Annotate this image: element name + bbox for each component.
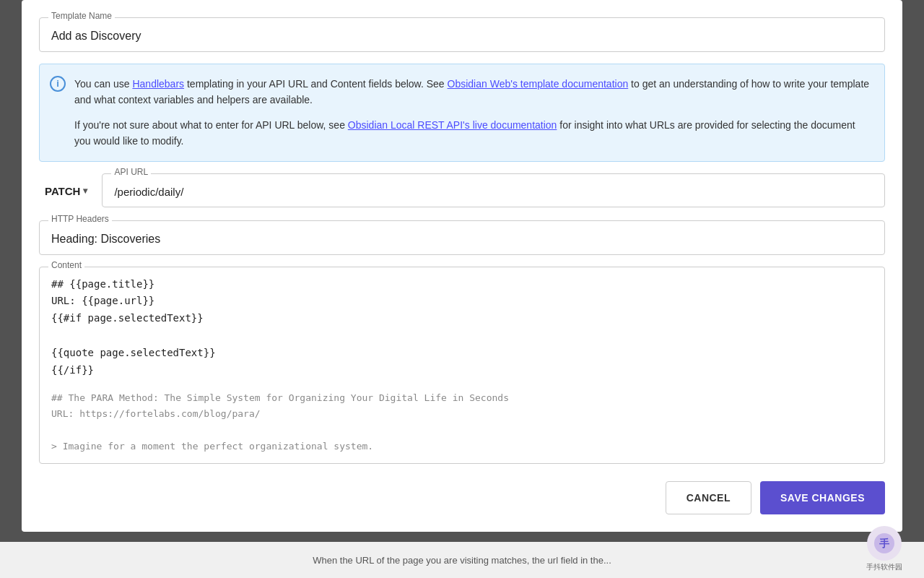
http-headers-value: Heading: Discoveries (51, 233, 873, 246)
method-value: PATCH (45, 185, 80, 197)
bottom-text: When the URL of the page you are visitin… (313, 555, 611, 566)
api-url-value: /periodic/daily/ (114, 186, 873, 198)
api-url-field[interactable]: API URL /periodic/daily/ (102, 173, 885, 207)
template-name-label: Template Name (48, 11, 115, 21)
method-select[interactable]: PATCH ▾ (39, 173, 93, 209)
api-url-label: API URL (111, 167, 151, 177)
svg-text:手: 手 (879, 538, 890, 549)
template-name-field[interactable]: Template Name Add as Discovery (39, 17, 885, 52)
info-text-2: templating in your API URL and Content f… (184, 78, 447, 90)
content-preview: ## The PARA Method: The Simple System fo… (51, 390, 873, 454)
modal-overlay: Template Name Add as Discovery i You can… (0, 0, 924, 578)
content-value: ## {{page.title}} URL: {{page.url}} {{#i… (51, 276, 873, 379)
info-paragraph-2: If you're not sure about what to enter f… (74, 117, 873, 150)
content-label: Content (48, 260, 84, 270)
chevron-down-icon: ▾ (83, 186, 87, 196)
info-paragraph-1: You can use Handlebars templating in you… (74, 76, 873, 108)
info-box: i You can use Handlebars templating in y… (39, 64, 885, 162)
content-field[interactable]: Content ## {{page.title}} URL: {{page.ur… (39, 267, 885, 464)
handlebars-link[interactable]: Handlebars (132, 78, 184, 90)
save-changes-button[interactable]: SAVE CHANGES (760, 481, 885, 514)
watermark-label: 手抖软件园 (866, 562, 902, 572)
info-text-4: If you're not sure about what to enter f… (74, 119, 348, 131)
info-text-1: You can use (74, 78, 132, 90)
footer-buttons: CANCEL SAVE CHANGES (39, 481, 885, 514)
bottom-bar: When the URL of the page you are visitin… (0, 542, 924, 578)
http-headers-field[interactable]: HTTP Headers Heading: Discoveries (39, 220, 885, 255)
obsidian-rest-api-link[interactable]: Obsidian Local REST API's live documenta… (348, 119, 557, 131)
watermark: 手 手抖软件园 (866, 526, 902, 572)
template-name-value: Add as Discovery (51, 30, 873, 43)
obsidian-template-doc-link[interactable]: Obsidian Web's template documentation (448, 78, 629, 90)
info-icon: i (50, 76, 66, 92)
watermark-icon: 手 (873, 532, 896, 555)
api-url-row: PATCH ▾ API URL /periodic/daily/ (39, 173, 885, 209)
cancel-button[interactable]: CANCEL (666, 481, 751, 514)
http-headers-label: HTTP Headers (48, 214, 112, 224)
watermark-logo: 手 (867, 526, 902, 561)
modal-dialog: Template Name Add as Discovery i You can… (22, 0, 902, 532)
